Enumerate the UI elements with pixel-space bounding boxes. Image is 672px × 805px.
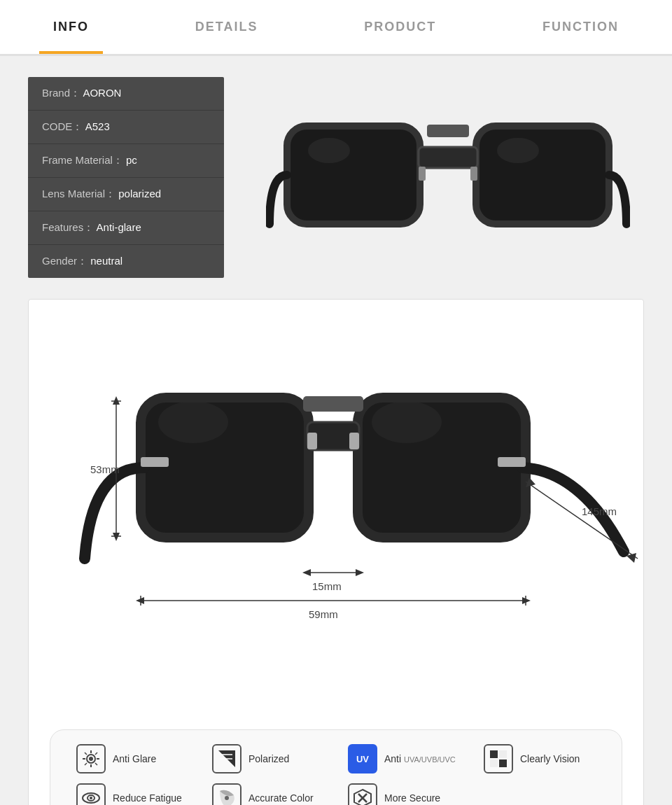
feature-accurate-color: Accurate Color <box>212 783 324 805</box>
spec-frame: Frame Material： pc <box>28 144 224 178</box>
svg-marker-29 <box>136 597 144 604</box>
svg-marker-30 <box>522 597 531 604</box>
feature-anti-uv: UV Anti UVA/UVB/UVC <box>348 744 460 774</box>
spec-label-features: Features： <box>42 221 94 233</box>
features-row-2: Reduce Fatigue Accurate Color <box>71 783 601 805</box>
feature-anti-glare: Anti Glare <box>76 744 188 774</box>
spec-label-code: CODE： <box>42 120 83 132</box>
specs-table: Brand： AORON CODE： A523 Frame Material： … <box>28 77 224 278</box>
svg-rect-52 <box>499 750 507 758</box>
svg-point-57 <box>90 797 92 799</box>
anti-glare-icon <box>76 744 106 774</box>
nav-item-product[interactable]: PRODUCT <box>350 0 450 54</box>
svg-rect-17 <box>498 457 526 467</box>
svg-marker-19 <box>113 396 120 405</box>
svg-line-46 <box>95 752 97 755</box>
dimensions-wrapper: 53mm 15mm 59mm 145mm <box>50 321 622 715</box>
spec-value-brand: AORON <box>83 87 121 99</box>
feature-placeholder <box>484 783 596 805</box>
svg-rect-51 <box>490 750 498 758</box>
svg-text:15mm: 15mm <box>312 580 342 592</box>
navigation-bar: INFO DETAILS PRODUCT FUNCTION <box>0 0 672 56</box>
feature-more-secure: More Secure <box>348 783 460 805</box>
spec-value-features: Anti-glare <box>97 221 141 233</box>
nav-item-info[interactable]: INFO <box>39 0 103 54</box>
details-box: 53mm 15mm 59mm 145mm <box>28 299 644 805</box>
spec-code: CODE： A523 <box>28 111 224 144</box>
feature-reduce-fatigue: Reduce Fatigue <box>76 783 188 805</box>
feature-polarized: Polarized <box>212 744 324 774</box>
svg-line-47 <box>85 763 87 765</box>
polarized-icon <box>212 744 241 774</box>
svg-rect-14 <box>307 433 317 449</box>
reduce-fatigue-icon <box>76 783 106 805</box>
features-box: Anti Glare Polarized UV <box>50 729 622 805</box>
product-image-top <box>252 77 644 273</box>
svg-point-5 <box>497 138 539 163</box>
svg-marker-26 <box>356 569 364 576</box>
feature-label-more-secure: More Secure <box>384 792 440 804</box>
spec-brand: Brand： AORON <box>28 77 224 111</box>
nav-item-function[interactable]: FUNCTION <box>528 0 633 54</box>
spec-lens: Lens Material： polarized <box>28 178 224 211</box>
nav-label-details: DETAILS <box>195 20 258 34</box>
svg-rect-3 <box>427 125 469 137</box>
svg-rect-11 <box>303 396 363 412</box>
features-row-1: Anti Glare Polarized UV <box>71 744 601 774</box>
svg-rect-2 <box>419 147 477 168</box>
spec-label-brand: Brand： <box>42 87 80 99</box>
feature-label-anti-glare: Anti Glare <box>113 753 156 764</box>
svg-point-12 <box>158 401 228 443</box>
spec-label-frame: Frame Material： <box>42 154 123 166</box>
svg-rect-16 <box>141 457 169 467</box>
svg-rect-0 <box>287 126 420 224</box>
spec-value-code: A523 <box>85 120 110 132</box>
svg-text:53mm: 53mm <box>90 463 120 475</box>
feature-label-clearly-vision: Clearly Vision <box>520 753 580 764</box>
accurate-color-icon <box>212 783 241 805</box>
main-content: Brand： AORON CODE： A523 Frame Material： … <box>0 56 672 805</box>
svg-point-58 <box>225 796 229 800</box>
svg-point-13 <box>372 401 442 443</box>
svg-rect-1 <box>476 126 609 224</box>
nav-label-function: FUNCTION <box>542 20 619 34</box>
info-row: Brand： AORON CODE： A523 Frame Material： … <box>28 77 644 278</box>
spec-label-gender: Gender： <box>42 255 88 267</box>
feature-label-reduce-fatigue: Reduce Fatigue <box>113 792 182 804</box>
spec-gender: Gender： neutral <box>28 245 224 278</box>
feature-label-anti-uv: Anti UVA/UVB/UVC <box>384 753 456 764</box>
svg-marker-25 <box>302 569 311 576</box>
clearly-vision-icon <box>484 744 513 774</box>
uv-text: UV <box>356 754 369 764</box>
svg-marker-20 <box>113 533 120 541</box>
more-secure-icon <box>348 783 377 805</box>
feature-clearly-vision: Clearly Vision <box>484 744 596 774</box>
nav-label-info: INFO <box>53 20 89 34</box>
svg-point-4 <box>308 138 350 163</box>
glasses-image-top <box>266 77 630 273</box>
spec-value-lens: polarized <box>118 188 161 200</box>
svg-rect-53 <box>490 760 498 767</box>
svg-text:145mm: 145mm <box>582 505 617 517</box>
spec-label-lens: Lens Material： <box>42 188 115 200</box>
feature-label-polarized: Polarized <box>248 753 289 764</box>
spec-value-frame: pc <box>126 154 137 166</box>
nav-label-product: PRODUCT <box>364 20 436 34</box>
svg-rect-15 <box>349 433 359 449</box>
spec-value-gender: neutral <box>90 255 122 267</box>
svg-rect-7 <box>470 167 477 181</box>
spec-features: Features： Anti-glare <box>28 211 224 245</box>
svg-text:59mm: 59mm <box>309 608 338 620</box>
nav-item-details[interactable]: DETAILS <box>181 0 272 54</box>
svg-point-39 <box>89 757 93 761</box>
feature-label-accurate-color: Accurate Color <box>248 792 314 804</box>
anti-uv-icon: UV <box>348 744 377 774</box>
svg-line-44 <box>85 752 87 755</box>
svg-line-45 <box>95 763 97 765</box>
svg-rect-6 <box>419 167 426 181</box>
svg-rect-54 <box>499 760 507 767</box>
glasses-dimensions-svg: 53mm 15mm 59mm 145mm <box>50 321 666 713</box>
